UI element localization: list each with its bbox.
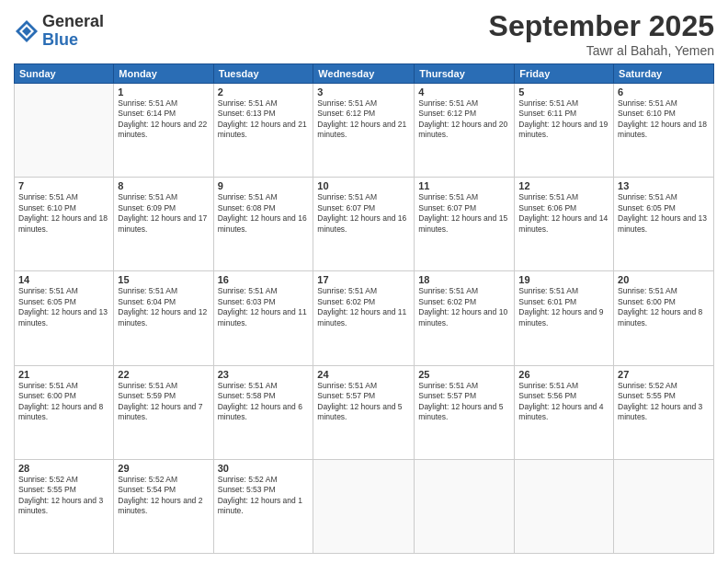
calendar-cell: 21Sunrise: 5:51 AM Sunset: 6:00 PM Dayli… <box>15 365 114 459</box>
day-info: Sunrise: 5:51 AM Sunset: 5:56 PM Dayligh… <box>518 381 609 423</box>
week-row-1: 1Sunrise: 5:51 AM Sunset: 6:14 PM Daylig… <box>15 84 714 178</box>
day-number: 24 <box>317 369 410 380</box>
calendar-cell: 11Sunrise: 5:51 AM Sunset: 6:07 PM Dayli… <box>415 178 515 271</box>
week-row-3: 14Sunrise: 5:51 AM Sunset: 6:05 PM Dayli… <box>15 271 714 365</box>
calendar-cell: 3Sunrise: 5:51 AM Sunset: 6:12 PM Daylig… <box>313 84 415 178</box>
day-number: 22 <box>118 369 209 380</box>
day-info: Sunrise: 5:51 AM Sunset: 6:00 PM Dayligh… <box>18 381 109 423</box>
day-number: 23 <box>218 369 310 380</box>
day-info: Sunrise: 5:52 AM Sunset: 5:55 PM Dayligh… <box>18 475 109 517</box>
day-number: 30 <box>218 463 310 474</box>
calendar-cell: 18Sunrise: 5:51 AM Sunset: 6:02 PM Dayli… <box>415 271 515 365</box>
calendar-cell: 24Sunrise: 5:51 AM Sunset: 5:57 PM Dayli… <box>313 365 415 459</box>
day-number: 21 <box>18 369 109 380</box>
day-info: Sunrise: 5:51 AM Sunset: 6:05 PM Dayligh… <box>18 286 109 328</box>
day-number: 12 <box>518 180 609 191</box>
calendar-cell <box>15 84 114 178</box>
header-day-wednesday: Wednesday <box>313 64 415 84</box>
calendar-cell: 30Sunrise: 5:52 AM Sunset: 5:53 PM Dayli… <box>213 459 313 553</box>
calendar-header: SundayMondayTuesdayWednesdayThursdayFrid… <box>15 64 714 84</box>
week-row-2: 7Sunrise: 5:51 AM Sunset: 6:10 PM Daylig… <box>15 178 714 271</box>
calendar-cell: 26Sunrise: 5:51 AM Sunset: 5:56 PM Dayli… <box>515 365 614 459</box>
day-number: 1 <box>118 86 209 98</box>
day-info: Sunrise: 5:51 AM Sunset: 6:10 PM Dayligh… <box>18 192 109 235</box>
calendar-cell: 27Sunrise: 5:52 AM Sunset: 5:55 PM Dayli… <box>614 365 714 459</box>
day-info: Sunrise: 5:52 AM Sunset: 5:53 PM Dayligh… <box>218 475 310 517</box>
day-number: 9 <box>218 180 310 191</box>
calendar-cell: 23Sunrise: 5:51 AM Sunset: 5:58 PM Dayli… <box>213 365 313 459</box>
day-number: 2 <box>218 86 310 98</box>
day-info: Sunrise: 5:51 AM Sunset: 6:04 PM Dayligh… <box>118 286 209 328</box>
calendar-cell: 6Sunrise: 5:51 AM Sunset: 6:10 PM Daylig… <box>614 84 714 178</box>
calendar-cell: 20Sunrise: 5:51 AM Sunset: 6:00 PM Dayli… <box>614 271 714 365</box>
day-number: 7 <box>18 180 109 191</box>
day-number: 14 <box>18 274 109 285</box>
header-day-tuesday: Tuesday <box>213 64 313 84</box>
calendar: SundayMondayTuesdayWednesdayThursdayFrid… <box>14 63 714 554</box>
calendar-cell: 1Sunrise: 5:51 AM Sunset: 6:14 PM Daylig… <box>114 84 213 178</box>
day-number: 11 <box>418 180 510 191</box>
location: Tawr al Bahah, Yemen <box>489 43 714 58</box>
day-info: Sunrise: 5:51 AM Sunset: 6:01 PM Dayligh… <box>518 286 609 328</box>
calendar-cell <box>614 459 714 553</box>
day-info: Sunrise: 5:51 AM Sunset: 6:14 PM Dayligh… <box>118 98 209 141</box>
calendar-cell: 22Sunrise: 5:51 AM Sunset: 5:59 PM Dayli… <box>114 365 213 459</box>
day-number: 6 <box>618 86 710 98</box>
day-info: Sunrise: 5:51 AM Sunset: 5:59 PM Dayligh… <box>118 381 209 423</box>
page: General Blue September 2025 Tawr al Baha… <box>0 0 728 563</box>
day-info: Sunrise: 5:51 AM Sunset: 6:11 PM Dayligh… <box>518 98 609 141</box>
day-info: Sunrise: 5:51 AM Sunset: 5:57 PM Dayligh… <box>418 381 510 423</box>
day-number: 15 <box>118 274 209 285</box>
day-number: 26 <box>518 369 609 380</box>
calendar-body: 1Sunrise: 5:51 AM Sunset: 6:14 PM Daylig… <box>15 84 714 554</box>
calendar-cell: 5Sunrise: 5:51 AM Sunset: 6:11 PM Daylig… <box>515 84 614 178</box>
day-number: 20 <box>618 274 710 285</box>
logo-blue: Blue <box>42 31 104 50</box>
day-info: Sunrise: 5:51 AM Sunset: 5:58 PM Dayligh… <box>218 381 310 423</box>
calendar-cell: 10Sunrise: 5:51 AM Sunset: 6:07 PM Dayli… <box>313 178 415 271</box>
day-info: Sunrise: 5:51 AM Sunset: 6:02 PM Dayligh… <box>317 286 410 328</box>
day-info: Sunrise: 5:51 AM Sunset: 6:07 PM Dayligh… <box>418 192 510 235</box>
day-info: Sunrise: 5:52 AM Sunset: 5:55 PM Dayligh… <box>618 381 710 423</box>
day-number: 5 <box>518 86 609 98</box>
calendar-cell: 13Sunrise: 5:51 AM Sunset: 6:05 PM Dayli… <box>614 178 714 271</box>
calendar-cell: 9Sunrise: 5:51 AM Sunset: 6:08 PM Daylig… <box>213 178 313 271</box>
day-number: 29 <box>118 463 209 474</box>
day-number: 3 <box>317 86 410 98</box>
day-info: Sunrise: 5:51 AM Sunset: 6:12 PM Dayligh… <box>317 98 410 141</box>
calendar-cell <box>313 459 415 553</box>
calendar-cell: 17Sunrise: 5:51 AM Sunset: 6:02 PM Dayli… <box>313 271 415 365</box>
day-info: Sunrise: 5:51 AM Sunset: 6:05 PM Dayligh… <box>618 192 710 235</box>
calendar-cell <box>415 459 515 553</box>
month-title: September 2025 <box>489 9 714 43</box>
day-info: Sunrise: 5:51 AM Sunset: 6:00 PM Dayligh… <box>618 286 710 328</box>
header-day-thursday: Thursday <box>415 64 515 84</box>
calendar-cell: 2Sunrise: 5:51 AM Sunset: 6:13 PM Daylig… <box>213 84 313 178</box>
week-row-4: 21Sunrise: 5:51 AM Sunset: 6:00 PM Dayli… <box>15 365 714 459</box>
calendar-cell: 16Sunrise: 5:51 AM Sunset: 6:03 PM Dayli… <box>213 271 313 365</box>
week-row-5: 28Sunrise: 5:52 AM Sunset: 5:55 PM Dayli… <box>15 459 714 553</box>
day-info: Sunrise: 5:52 AM Sunset: 5:54 PM Dayligh… <box>118 475 209 517</box>
logo-general: General <box>42 13 104 31</box>
logo-icon <box>14 18 40 44</box>
calendar-cell: 25Sunrise: 5:51 AM Sunset: 5:57 PM Dayli… <box>415 365 515 459</box>
header-day-monday: Monday <box>114 64 213 84</box>
day-number: 27 <box>618 369 710 380</box>
day-number: 17 <box>317 274 410 285</box>
day-info: Sunrise: 5:51 AM Sunset: 6:09 PM Dayligh… <box>118 192 209 235</box>
calendar-cell: 19Sunrise: 5:51 AM Sunset: 6:01 PM Dayli… <box>515 271 614 365</box>
day-number: 4 <box>418 86 510 98</box>
header: General Blue September 2025 Tawr al Baha… <box>14 9 714 58</box>
day-number: 28 <box>18 463 109 474</box>
day-info: Sunrise: 5:51 AM Sunset: 6:07 PM Dayligh… <box>317 192 410 235</box>
header-row: SundayMondayTuesdayWednesdayThursdayFrid… <box>15 64 714 84</box>
day-number: 19 <box>518 274 609 285</box>
day-info: Sunrise: 5:51 AM Sunset: 6:13 PM Dayligh… <box>218 98 310 141</box>
day-info: Sunrise: 5:51 AM Sunset: 6:12 PM Dayligh… <box>418 98 510 141</box>
day-number: 16 <box>218 274 310 285</box>
calendar-cell: 7Sunrise: 5:51 AM Sunset: 6:10 PM Daylig… <box>15 178 114 271</box>
logo-text: General Blue <box>42 13 104 50</box>
calendar-cell: 4Sunrise: 5:51 AM Sunset: 6:12 PM Daylig… <box>415 84 515 178</box>
day-info: Sunrise: 5:51 AM Sunset: 6:10 PM Dayligh… <box>618 98 710 141</box>
day-info: Sunrise: 5:51 AM Sunset: 6:06 PM Dayligh… <box>518 192 609 235</box>
